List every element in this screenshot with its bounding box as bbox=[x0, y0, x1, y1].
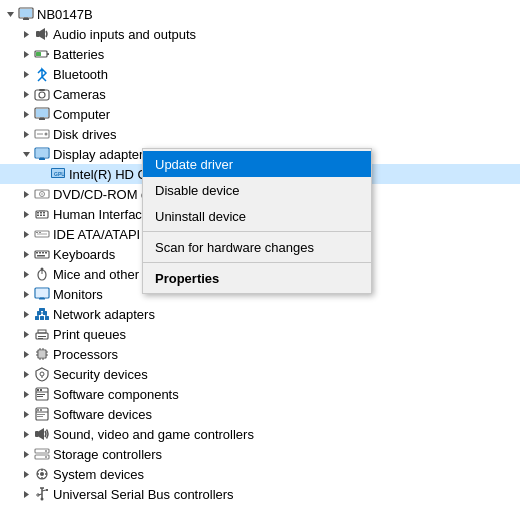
expand-icon-softwarecomponents[interactable] bbox=[18, 386, 34, 402]
icon-usb bbox=[34, 486, 50, 502]
svg-marker-26 bbox=[23, 152, 30, 157]
icon-keyboards bbox=[34, 246, 50, 262]
expand-icon-ideata[interactable] bbox=[18, 226, 34, 242]
label-sound: Sound, video and game controllers bbox=[53, 427, 254, 442]
tree-item-computer[interactable]: Computer bbox=[0, 104, 520, 124]
svg-marker-52 bbox=[24, 251, 29, 258]
label-diskdrives: Disk drives bbox=[53, 127, 117, 142]
tree-item-root[interactable]: NB0147B bbox=[0, 4, 520, 24]
svg-rect-51 bbox=[39, 232, 41, 233]
svg-point-97 bbox=[40, 372, 44, 376]
expand-icon-dvdrom[interactable] bbox=[18, 186, 34, 202]
expand-icon-networkadapters[interactable] bbox=[18, 306, 34, 322]
expand-icon-securitydevices[interactable] bbox=[18, 366, 34, 382]
context-menu-item-update-driver[interactable]: Update driver bbox=[143, 151, 371, 177]
tree-item-storage[interactable]: Storage controllers bbox=[0, 444, 520, 464]
svg-rect-77 bbox=[39, 308, 45, 311]
svg-marker-96 bbox=[24, 371, 29, 378]
label-cameras: Cameras bbox=[53, 87, 106, 102]
icon-softwarecomponents bbox=[34, 386, 50, 402]
icon-intelgpu: GPU bbox=[50, 166, 66, 182]
tree-item-systemdevices[interactable]: System devices bbox=[0, 464, 520, 484]
svg-rect-104 bbox=[37, 394, 45, 395]
svg-rect-6 bbox=[36, 31, 40, 37]
tree-item-cameras[interactable]: Cameras bbox=[0, 84, 520, 104]
expand-icon-root[interactable] bbox=[2, 6, 18, 22]
svg-rect-55 bbox=[39, 252, 41, 254]
svg-rect-40 bbox=[37, 212, 39, 214]
svg-marker-47 bbox=[24, 231, 29, 238]
context-menu-item-properties[interactable]: Properties bbox=[143, 265, 371, 291]
expand-icon-keyboards[interactable] bbox=[18, 246, 34, 262]
tree-item-networkadapters[interactable]: Network adapters bbox=[0, 304, 520, 324]
svg-rect-50 bbox=[36, 232, 38, 233]
tree-item-batteries[interactable]: Batteries bbox=[0, 44, 520, 64]
icon-cameras bbox=[34, 86, 50, 102]
tree-item-sound[interactable]: Sound, video and game controllers bbox=[0, 424, 520, 444]
label-networkadapters: Network adapters bbox=[53, 307, 155, 322]
context-menu-item-uninstall-device[interactable]: Uninstall device bbox=[143, 203, 371, 229]
svg-rect-56 bbox=[42, 252, 44, 254]
expand-icon-batteries[interactable] bbox=[18, 46, 34, 62]
tree-item-softwarecomponents[interactable]: Software components bbox=[0, 384, 520, 404]
icon-displayadapters bbox=[34, 146, 50, 162]
svg-marker-116 bbox=[24, 451, 29, 458]
label-systemdevices: System devices bbox=[53, 467, 144, 482]
svg-text:GPU: GPU bbox=[54, 171, 65, 177]
expand-icon-diskdrives[interactable] bbox=[18, 126, 34, 142]
svg-marker-106 bbox=[24, 411, 29, 418]
svg-rect-82 bbox=[38, 330, 46, 333]
expand-icon-mice[interactable] bbox=[18, 266, 34, 282]
svg-rect-42 bbox=[43, 212, 45, 214]
svg-point-130 bbox=[41, 498, 44, 501]
expand-icon-sound[interactable] bbox=[18, 426, 34, 442]
icon-computer bbox=[34, 106, 50, 122]
svg-rect-70 bbox=[40, 316, 44, 320]
svg-marker-85 bbox=[24, 351, 29, 358]
icon-systemdevices bbox=[34, 466, 50, 482]
expand-icon-displayadapters[interactable] bbox=[18, 146, 34, 162]
tree-item-processors[interactable]: Processors bbox=[0, 344, 520, 364]
expand-icon-printqueues[interactable] bbox=[18, 326, 34, 342]
tree-item-securitydevices[interactable]: Security devices bbox=[0, 364, 520, 384]
context-menu-separator bbox=[143, 262, 371, 263]
tree-item-audio[interactable]: Audio inputs and outputs bbox=[0, 24, 520, 44]
label-computer: Computer bbox=[53, 107, 110, 122]
expand-icon-cameras[interactable] bbox=[18, 86, 34, 102]
label-softwarecomponents: Software components bbox=[53, 387, 179, 402]
svg-rect-46 bbox=[39, 210, 45, 212]
tree-item-printqueues[interactable]: Print queues bbox=[0, 324, 520, 344]
tree-item-diskdrives[interactable]: Disk drives bbox=[0, 124, 520, 144]
svg-rect-102 bbox=[37, 389, 39, 391]
svg-marker-17 bbox=[24, 111, 29, 118]
expand-icon-audio[interactable] bbox=[18, 26, 34, 42]
icon-audio bbox=[34, 26, 50, 42]
svg-marker-0 bbox=[7, 12, 14, 17]
context-menu-item-disable-device[interactable]: Disable device bbox=[143, 177, 371, 203]
expand-icon-processors[interactable] bbox=[18, 346, 34, 362]
tree-item-usb[interactable]: Universal Serial Bus controllers bbox=[0, 484, 520, 504]
svg-marker-59 bbox=[24, 271, 29, 278]
svg-rect-114 bbox=[35, 431, 39, 437]
svg-rect-84 bbox=[38, 338, 43, 339]
expand-icon-systemdevices[interactable] bbox=[18, 466, 34, 482]
icon-processors bbox=[34, 346, 50, 362]
expand-icon-storage[interactable] bbox=[18, 446, 34, 462]
svg-rect-45 bbox=[43, 215, 45, 217]
expand-icon-softwaredevices[interactable] bbox=[18, 406, 34, 422]
icon-sound bbox=[34, 426, 50, 442]
expand-icon-bluetooth[interactable] bbox=[18, 66, 34, 82]
expand-icon-monitors[interactable] bbox=[18, 286, 34, 302]
expand-icon-computer[interactable] bbox=[18, 106, 34, 122]
context-menu-item-scan-hardware[interactable]: Scan for hardware changes bbox=[143, 234, 371, 260]
icon-securitydevices bbox=[34, 366, 50, 382]
expand-icon-intelgpu bbox=[34, 166, 50, 182]
svg-marker-113 bbox=[24, 431, 29, 438]
expand-icon-usb[interactable] bbox=[18, 486, 34, 502]
icon-diskdrives bbox=[34, 126, 50, 142]
label-displayadapters: Display adapters bbox=[53, 147, 150, 162]
tree-item-bluetooth[interactable]: Bluetooth bbox=[0, 64, 520, 84]
expand-icon-humaninterface[interactable] bbox=[18, 206, 34, 222]
svg-rect-58 bbox=[37, 255, 45, 257]
tree-item-softwaredevices[interactable]: Software devices bbox=[0, 404, 520, 424]
